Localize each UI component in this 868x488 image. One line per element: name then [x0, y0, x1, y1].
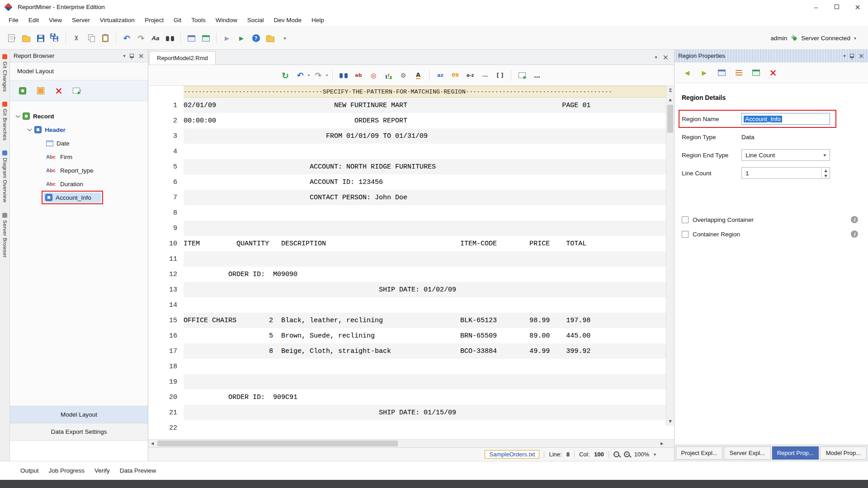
replace-button[interactable]	[352, 69, 365, 82]
side-tab-git-changes[interactable]: Git Changes	[2, 54, 8, 92]
tab-project-explorer[interactable]: Project Expl...	[676, 446, 722, 460]
refresh-button[interactable]	[279, 69, 292, 82]
horizontal-scroll-thumb[interactable]	[157, 441, 398, 446]
zoom-out-icon[interactable]	[613, 451, 619, 457]
report-line[interactable]: 102/01/09 NEW FURTINURE MART PAGE 01	[148, 98, 666, 113]
find-button[interactable]	[164, 32, 176, 45]
scroll-right-icon[interactable]	[658, 441, 666, 446]
delete-node-button[interactable]	[52, 84, 65, 97]
increment-icon[interactable]	[822, 168, 830, 173]
cut-button[interactable]	[70, 32, 83, 45]
undo-button[interactable]	[120, 32, 133, 45]
scroll-up-icon[interactable]	[666, 95, 674, 104]
new-file-button[interactable]	[5, 32, 18, 45]
pin-icon[interactable]	[130, 54, 134, 58]
save-all-button[interactable]	[49, 32, 61, 45]
chevron-down-icon[interactable]	[308, 73, 310, 77]
report-line[interactable]: 15OFFICE CHAIRS 2 Black, leather, reclin…	[148, 313, 666, 328]
pattern-ruler[interactable]: ······································SP…	[184, 86, 666, 98]
decrement-icon[interactable]	[822, 173, 830, 178]
new-window-button[interactable]	[185, 32, 198, 45]
pin-icon[interactable]	[850, 54, 854, 58]
region-end-type-select[interactable]: Line Count	[741, 149, 830, 161]
menu-window[interactable]: Window	[211, 14, 242, 27]
tab-list-chevron-icon[interactable]	[655, 55, 657, 60]
chevron-down-icon[interactable]	[123, 53, 126, 58]
report-line[interactable]: 10ITEM QUANTITY DESCRIPTION ITEM-CODE PR…	[148, 236, 666, 251]
stepper-buttons[interactable]	[821, 168, 830, 178]
zoom-level[interactable]: 100%	[634, 451, 649, 458]
tree-item-duration[interactable]: Duration	[10, 177, 148, 191]
report-line[interactable]: 20 ORDER ID: 909C91	[148, 389, 666, 405]
menu-file[interactable]: File	[4, 14, 24, 27]
match-digits-button[interactable]	[449, 69, 462, 82]
font-button[interactable]: Aa	[149, 32, 162, 45]
report-line[interactable]: 16 5 Brown, Suede, reclining BRN-65509 8…	[148, 328, 666, 343]
export-layout-button[interactable]	[71, 84, 83, 97]
tab-job-progress[interactable]: Job Progress	[49, 467, 85, 474]
browse-button[interactable]	[264, 32, 277, 45]
report-line[interactable]: 21 SHIP DATE: 01/15/09	[148, 405, 666, 420]
expand-region-button[interactable]	[715, 66, 728, 79]
side-tab-server-browser[interactable]: Server Browser	[2, 213, 8, 258]
maximize-button[interactable]	[826, 0, 847, 14]
menu-server[interactable]: Server	[67, 14, 95, 27]
region-view-button[interactable]	[750, 66, 762, 79]
info-icon[interactable]	[851, 216, 858, 223]
tree-item-date[interactable]: Date	[10, 136, 148, 150]
tab-report-properties[interactable]: Report Prop...	[772, 446, 819, 460]
tree-item-firm[interactable]: Firm	[10, 150, 148, 164]
open-button[interactable]	[20, 32, 33, 45]
dataflow-button[interactable]	[199, 32, 212, 45]
toolbar-overflow-button[interactable]	[278, 32, 291, 45]
region-name-input[interactable]: Account_Info	[741, 113, 830, 125]
match-range-button[interactable]	[464, 69, 476, 82]
paste-button[interactable]	[99, 32, 112, 45]
horizontal-scroll-track[interactable]	[156, 440, 658, 447]
menu-git[interactable]: Git	[169, 14, 186, 27]
scroll-down-icon[interactable]	[666, 417, 674, 426]
pattern-options-button[interactable]	[397, 69, 410, 82]
chevron-expanded-icon[interactable]	[28, 127, 32, 131]
report-line[interactable]: 17 8 Beige, Cloth, straight-back BCO-338…	[148, 343, 666, 359]
close-button[interactable]	[847, 0, 868, 14]
auto-create-pattern-button[interactable]	[367, 69, 380, 82]
report-text-view[interactable]: 102/01/09 NEW FURTINURE MART PAGE 01 200…	[148, 98, 666, 439]
tab-output[interactable]: Output	[20, 467, 39, 474]
chevron-expanded-icon[interactable]	[16, 113, 20, 117]
field-list-button[interactable]	[732, 66, 745, 79]
split-view-handle[interactable]	[666, 86, 674, 95]
report-line[interactable]: 6 ACCOUNT ID: 123456	[148, 174, 666, 190]
container-region-checkbox[interactable]	[682, 231, 689, 238]
add-region-button[interactable]	[16, 84, 29, 97]
tree-item-account-info[interactable]: Account_Info	[10, 191, 148, 204]
tree-item-header[interactable]: Header	[10, 123, 148, 136]
menu-view[interactable]: View	[44, 14, 67, 27]
report-line[interactable]: 11	[148, 251, 666, 267]
minimize-button[interactable]: –	[806, 0, 826, 14]
close-document-icon[interactable]	[663, 53, 669, 61]
tree-item-report-type[interactable]: Report_type	[10, 164, 148, 177]
source-file-chip[interactable]: SampleOrders.txt	[485, 450, 539, 459]
zoom-chevron-icon[interactable]	[654, 452, 656, 457]
overlapping-container-checkbox[interactable]	[682, 216, 689, 223]
model-layout-view-button[interactable]: Model Layout	[10, 406, 148, 423]
menu-dev-mode[interactable]: Dev Mode	[269, 14, 307, 27]
match-whitespace-button[interactable]	[479, 69, 491, 82]
document-tab[interactable]: ReportModel2.Rmd	[149, 51, 216, 65]
report-line[interactable]: 22	[148, 420, 666, 436]
tree-item-record[interactable]: Record	[10, 109, 148, 123]
report-line[interactable]: 200:00:00 ORDERS REPORT	[148, 113, 666, 128]
previous-region-button[interactable]	[681, 66, 693, 79]
add-fields-button[interactable]	[34, 84, 47, 97]
report-line[interactable]: 4	[148, 144, 666, 159]
undo-button[interactable]	[294, 69, 307, 82]
line-count-stepper[interactable]: 1	[741, 167, 830, 179]
report-line[interactable]: 3 FROM 01/01/09 TO 01/31/09	[148, 128, 666, 144]
match-letters-button[interactable]	[434, 69, 447, 82]
save-button[interactable]	[34, 32, 47, 45]
match-brackets-button[interactable]	[494, 69, 506, 82]
more-tools-button[interactable]	[531, 69, 543, 82]
side-tab-git-branches[interactable]: Git Branches	[2, 102, 8, 141]
vertical-scroll-thumb[interactable]	[667, 105, 673, 133]
